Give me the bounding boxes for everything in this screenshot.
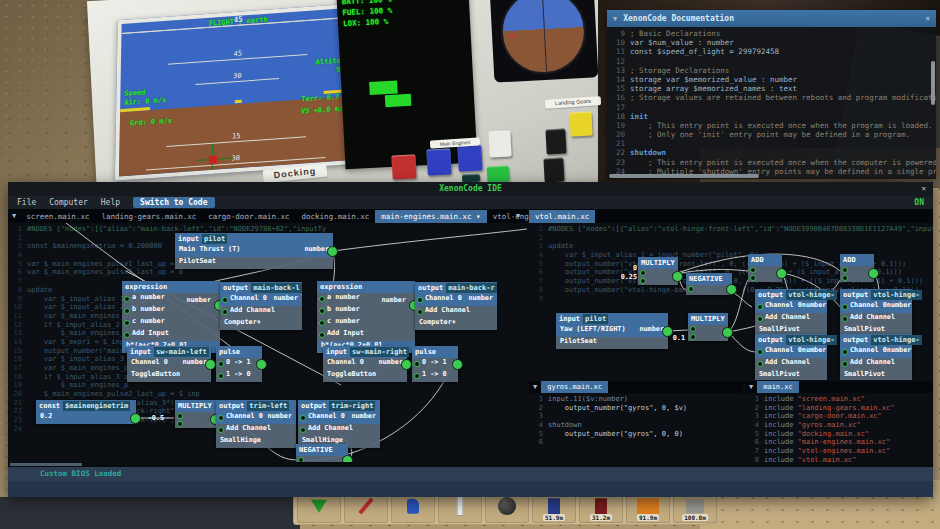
collapse-icon[interactable]: ▼ xyxy=(516,212,520,220)
node-multiply-2[interactable]: MULTIPLY xyxy=(638,257,678,285)
menu-item[interactable]: File xyxy=(17,198,36,207)
node-input-sw-main-right[interactable]: inputsw-main-right Channel 0number Toggl… xyxy=(323,346,407,382)
input-port[interactable] xyxy=(842,275,848,281)
node-output-trim-right[interactable]: outputtrim-right Channel 0number Add Cha… xyxy=(298,400,380,448)
add-channel-port[interactable] xyxy=(417,309,423,315)
input-port[interactable] xyxy=(124,308,130,314)
node-output-vtol-hinge-3[interactable]: outputvtol-hinge- Channel 0number Add Ch… xyxy=(755,334,827,380)
output-port[interactable] xyxy=(205,359,216,370)
input-port[interactable] xyxy=(218,415,224,421)
file-tab[interactable]: screen.main.xc xyxy=(20,210,95,223)
input-port[interactable] xyxy=(218,373,224,379)
node-negative-2[interactable]: NEGATIVE xyxy=(686,273,732,295)
menu-item[interactable]: Help xyxy=(101,198,120,207)
output-port[interactable] xyxy=(342,455,353,462)
node-multiply-1[interactable]: MULTIPLY xyxy=(175,400,216,428)
node-input-sw-main-left[interactable]: inputsw-main-left Channel 0number Toggle… xyxy=(127,346,211,382)
collapse-icon[interactable]: ▼ xyxy=(8,212,20,220)
input-port[interactable] xyxy=(417,297,423,303)
doc-horizontal-scrollbar[interactable] xyxy=(609,174,759,178)
add-channel-port[interactable] xyxy=(300,427,306,433)
output-port[interactable] xyxy=(327,246,338,257)
input-port[interactable] xyxy=(124,320,130,326)
input-port[interactable] xyxy=(124,296,130,302)
add-input-port[interactable] xyxy=(124,332,130,338)
collapse-icon[interactable]: ▼ xyxy=(613,15,617,23)
input-port[interactable] xyxy=(842,267,848,273)
power-status-badge[interactable]: ON xyxy=(914,198,924,207)
input-port[interactable] xyxy=(218,361,224,367)
file-tab-main-xc[interactable]: main.xc xyxy=(757,381,799,393)
add-channel-port[interactable] xyxy=(842,316,848,322)
menu-item[interactable]: Computer xyxy=(49,198,88,207)
file-tab[interactable]: docking.main.xc xyxy=(296,210,376,223)
doc-vertical-scrollbar[interactable] xyxy=(931,61,935,105)
input-port[interactable] xyxy=(750,267,756,273)
input-port[interactable] xyxy=(298,457,304,462)
add-channel-port[interactable] xyxy=(222,309,228,315)
node-pulse-2[interactable]: pulse 0 -> 1 1 -> 0 xyxy=(412,346,458,382)
input-port[interactable] xyxy=(319,320,325,326)
node-expression-1[interactable]: expression a number b number c number Ad… xyxy=(122,281,220,353)
node-output-vtol-hinge-1[interactable]: outputvtol-hinge- Channel 0number Add Ch… xyxy=(755,289,827,337)
node-multiply-3[interactable]: MULTIPLY xyxy=(688,313,728,341)
input-port[interactable] xyxy=(757,304,763,310)
file-tab[interactable]: landing-gears.main.xc xyxy=(95,210,202,223)
file-tab-vtol[interactable]: vtol.main.xc xyxy=(529,210,595,223)
add-channel-port[interactable] xyxy=(757,361,763,367)
editor-gyros[interactable]: ▼ gyros.main.xc 1input.11($v:number) 2 o… xyxy=(529,381,743,462)
collapse-icon[interactable]: ▼ xyxy=(529,383,541,391)
input-port[interactable] xyxy=(688,286,694,292)
add-input-port[interactable] xyxy=(319,332,325,338)
output-port[interactable] xyxy=(776,268,787,279)
input-port[interactable] xyxy=(222,297,228,303)
node-add-1[interactable]: ADD xyxy=(748,254,782,282)
input-port[interactable] xyxy=(177,421,183,427)
node-expression-2[interactable]: expression a number b number c number Ad… xyxy=(317,281,415,353)
node-input-pilot-thrust[interactable]: inputpilot Main Thrust (T)number PilotSe… xyxy=(175,233,333,269)
output-port[interactable] xyxy=(726,284,737,295)
collapse-icon[interactable]: ▼ xyxy=(745,383,757,391)
switch-to-code-button[interactable]: Switch to Code xyxy=(133,197,214,208)
input-port[interactable] xyxy=(690,334,696,340)
node-const-mainenginetrim[interactable]: const$mainenginetrim 0.2 xyxy=(36,400,136,424)
input-port[interactable] xyxy=(750,275,756,281)
doc-titlebar[interactable]: ▼ XenonCode Documentation ✕ xyxy=(607,10,936,27)
input-port[interactable] xyxy=(177,413,183,419)
input-port[interactable] xyxy=(690,326,696,332)
node-editor-main-engines[interactable]: 1#NODES {"nodes":[{"alias":"main-back-le… xyxy=(8,223,527,462)
input-port[interactable] xyxy=(640,278,646,284)
input-port[interactable] xyxy=(300,415,306,421)
input-port[interactable] xyxy=(414,373,420,379)
node-output-vtol-hinge-2[interactable]: outputvtol-hinge- Channel 0number Add Ch… xyxy=(840,289,912,337)
node-pulse-1[interactable]: pulse 0 -> 1 1 -> 0 xyxy=(216,346,262,382)
input-port[interactable] xyxy=(842,349,848,355)
output-port[interactable] xyxy=(401,359,412,370)
file-tab-gyros[interactable]: gyros.main.xc xyxy=(541,381,608,393)
ide-titlebar[interactable]: XenonCode IDE ✕ xyxy=(8,182,933,196)
scrollbar-thumb[interactable] xyxy=(10,463,82,466)
node-output-trim-left[interactable]: outputtrim-left Channel 0number Add Chan… xyxy=(216,400,296,448)
add-channel-port[interactable] xyxy=(757,316,763,322)
node-editor-vtol[interactable]: 1#NODES {"nodes":[{"alias":"vtol-hinge-f… xyxy=(529,223,933,380)
file-tab[interactable]: cargo-door.main.xc xyxy=(202,210,295,223)
node-add-2[interactable]: ADD xyxy=(840,254,874,282)
input-port[interactable] xyxy=(319,308,325,314)
close-icon[interactable]: ✕ xyxy=(925,14,930,23)
node-negative-1[interactable]: NEGATIVE xyxy=(296,444,348,462)
node-input-pilot-yaw[interactable]: inputpilot Yaw (LEFT/RIGHT)number PilotS… xyxy=(556,313,668,349)
close-icon[interactable]: ✕ xyxy=(921,182,926,196)
add-channel-port[interactable] xyxy=(218,427,224,433)
output-port[interactable] xyxy=(868,268,879,279)
input-port[interactable] xyxy=(414,361,420,367)
input-port[interactable] xyxy=(319,296,325,302)
node-output-main-back-l[interactable]: outputmain-back-l Channel 0number Add Ch… xyxy=(220,282,302,330)
output-port[interactable] xyxy=(672,271,683,282)
output-port[interactable] xyxy=(722,327,733,338)
input-port[interactable] xyxy=(640,270,646,276)
node-output-vtol-hinge-4[interactable]: outputvtol-hinge- Channel 0number Add Ch… xyxy=(840,334,912,380)
add-channel-port[interactable] xyxy=(842,361,848,367)
input-port[interactable] xyxy=(757,349,763,355)
input-port[interactable] xyxy=(842,304,848,310)
node-output-main-back-r[interactable]: outputmain-back-r Channel 0number Add Ch… xyxy=(415,282,497,330)
